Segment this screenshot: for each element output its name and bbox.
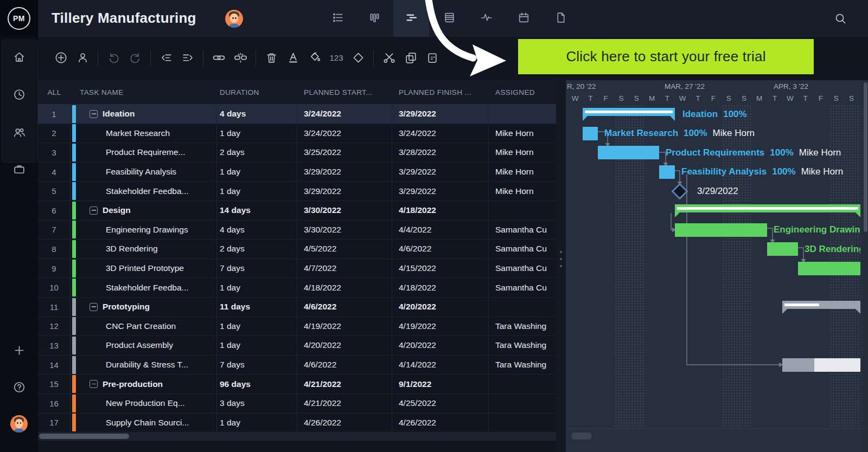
collapse-icon[interactable] — [90, 110, 98, 118]
tab-list-view[interactable] — [320, 0, 356, 37]
planned-start-cell: 4/21/2022 — [297, 374, 392, 393]
plus-icon[interactable] — [0, 338, 38, 362]
gantt-task-bar[interactable] — [782, 358, 860, 372]
tab-gantt-view[interactable] — [393, 0, 429, 37]
clock-icon[interactable] — [0, 82, 38, 106]
table-row[interactable]: 16New Production Eq...3 days4/21/20224/2… — [38, 394, 556, 414]
table-row[interactable]: 93D Printed Prototype7 days4/7/20224/15/… — [38, 259, 556, 279]
tab-page-view[interactable] — [542, 0, 578, 37]
table-row[interactable]: 3Product Requireme...2 days3/25/20223/28… — [38, 143, 556, 163]
gantt-summary-bar[interactable] — [675, 204, 860, 217]
cut-icon[interactable] — [378, 46, 400, 70]
user-avatar[interactable] — [10, 415, 28, 432]
fill-color-icon[interactable] — [304, 46, 326, 70]
collapse-icon[interactable] — [90, 303, 98, 311]
tab-board-view[interactable] — [356, 0, 392, 37]
table-row[interactable]: 15Pre-production96 days4/21/20229/1/2022 — [38, 374, 556, 394]
home-icon[interactable] — [0, 45, 38, 69]
gantt-task-bar[interactable] — [767, 242, 798, 256]
vertical-scrollbar-thumb[interactable] — [864, 82, 867, 232]
column-header-all[interactable]: ALL — [38, 88, 71, 96]
table-row[interactable]: 13Product Assembly1 day4/20/20224/20/202… — [38, 336, 556, 356]
table-row[interactable]: 12CNC Part Creation1 day4/19/20224/19/20… — [38, 317, 556, 337]
row-color-bar — [71, 259, 77, 278]
assigned-cell — [489, 414, 556, 432]
free-trial-banner[interactable]: Click here to start your free trial — [518, 39, 814, 74]
collapse-icon[interactable] — [90, 380, 98, 388]
table-scrollbar-thumb[interactable] — [39, 434, 129, 439]
table-row[interactable]: 1Ideation4 days3/24/20223/29/2022 — [38, 105, 556, 124]
table-row[interactable]: 6Design14 days3/30/20224/18/2022 — [38, 201, 556, 221]
table-row[interactable]: 5Stakeholder Feedba...1 day3/29/20223/29… — [38, 182, 556, 201]
font-color-icon[interactable] — [282, 46, 304, 70]
column-header-duration[interactable]: DURATION — [217, 88, 297, 96]
assigned-cell — [489, 394, 556, 413]
column-header-assigned[interactable]: ASSIGNED — [489, 88, 556, 96]
gantt-task-bar[interactable] — [583, 127, 598, 140]
paste-icon[interactable] — [422, 46, 443, 70]
gantt-horizontal-scrollbar[interactable] — [566, 428, 868, 452]
portfolio-icon[interactable] — [0, 157, 38, 181]
duration-cell: 96 days — [217, 374, 297, 393]
tab-sheet-view[interactable] — [431, 0, 467, 37]
vertical-scrollbar[interactable] — [863, 80, 868, 452]
duration-cell: 4 days — [217, 221, 297, 240]
team-icon[interactable] — [0, 120, 38, 144]
task-name-cell: Product Requireme... — [77, 143, 217, 162]
planned-start-cell: 4/6/2022 — [297, 356, 392, 374]
delete-icon[interactable] — [260, 46, 282, 70]
tab-calendar-view[interactable] — [506, 0, 541, 37]
planned-finish-cell: 4/20/2022 — [392, 298, 489, 317]
gantt-task-bar[interactable] — [798, 262, 860, 275]
milestone-icon[interactable] — [347, 46, 369, 70]
row-color-bar — [71, 124, 77, 143]
planned-start-cell: 3/30/2022 — [297, 201, 392, 220]
gantt-bar-label: Feasibility Analysis100%Mike Horn — [681, 165, 843, 179]
table-gantt-splitter[interactable] — [556, 79, 566, 452]
unlink-icon[interactable] — [229, 46, 251, 70]
duration-cell: 7 days — [217, 259, 297, 278]
column-header-planned-start[interactable]: PLANNED START... — [297, 88, 392, 96]
redo-icon[interactable] — [124, 46, 146, 70]
duration-cell: 1 day — [217, 163, 297, 182]
gantt-task-bar[interactable] — [675, 223, 767, 237]
week-label: R, 20 '22 — [567, 82, 596, 91]
table-row[interactable]: 11Prototyping11 days4/6/20224/20/2022 — [38, 298, 556, 317]
planned-finish-cell: 4/15/2022 — [392, 259, 489, 278]
column-header-planned-finish[interactable]: PLANNED FINISH ... — [392, 88, 489, 96]
table-row[interactable]: 17Supply Chain Sourci...1 day4/26/20224/… — [38, 414, 556, 433]
gantt-scrollbar-thumb[interactable] — [571, 432, 592, 440]
table-horizontal-scrollbar[interactable] — [38, 432, 556, 441]
number-format-button[interactable]: 123 — [326, 46, 347, 70]
table-row[interactable]: 10Stakeholder Feedba...1 day4/18/20224/1… — [38, 278, 556, 298]
add-task-icon[interactable] — [50, 46, 72, 70]
undo-icon[interactable] — [103, 46, 124, 70]
collapse-icon[interactable] — [90, 206, 98, 215]
help-icon[interactable] — [0, 375, 38, 399]
duration-cell: 4 days — [217, 105, 297, 124]
outdent-icon[interactable] — [155, 46, 177, 70]
project-owner-avatar[interactable] — [225, 10, 243, 28]
gantt-task-bar[interactable] — [659, 165, 675, 179]
app-logo[interactable]: PM — [0, 0, 38, 37]
table-row[interactable]: 7Engineering Drawings4 days3/30/20224/4/… — [38, 221, 556, 240]
table-row[interactable]: 83D Rendering2 days4/5/20224/6/2022Saman… — [38, 240, 556, 259]
splitter-handle-icon — [560, 251, 562, 267]
assigned-cell: Mike Horn — [489, 124, 556, 143]
table-row[interactable]: 4Feasibility Analysis1 day3/29/20223/29/… — [38, 163, 556, 182]
milestone-diamond[interactable] — [671, 183, 688, 200]
indent-icon[interactable] — [177, 46, 199, 70]
table-row[interactable]: 14Durability & Stress T...7 days4/6/2022… — [38, 356, 556, 375]
day-label: S — [721, 94, 736, 102]
gantt-summary-bar[interactable] — [583, 108, 675, 121]
table-row[interactable]: 2Market Research1 day3/24/20223/24/2022M… — [38, 124, 556, 144]
link-icon[interactable] — [208, 46, 229, 70]
search-icon[interactable] — [821, 0, 859, 37]
gantt-summary-bar[interactable] — [782, 301, 860, 314]
column-header-task-name[interactable]: TASK NAME — [77, 88, 217, 96]
copy-icon[interactable] — [400, 46, 422, 70]
tab-activity-view[interactable] — [468, 0, 504, 37]
gantt-task-bar[interactable] — [598, 146, 659, 159]
duration-cell: 11 days — [217, 298, 297, 317]
assign-icon[interactable] — [72, 46, 93, 70]
